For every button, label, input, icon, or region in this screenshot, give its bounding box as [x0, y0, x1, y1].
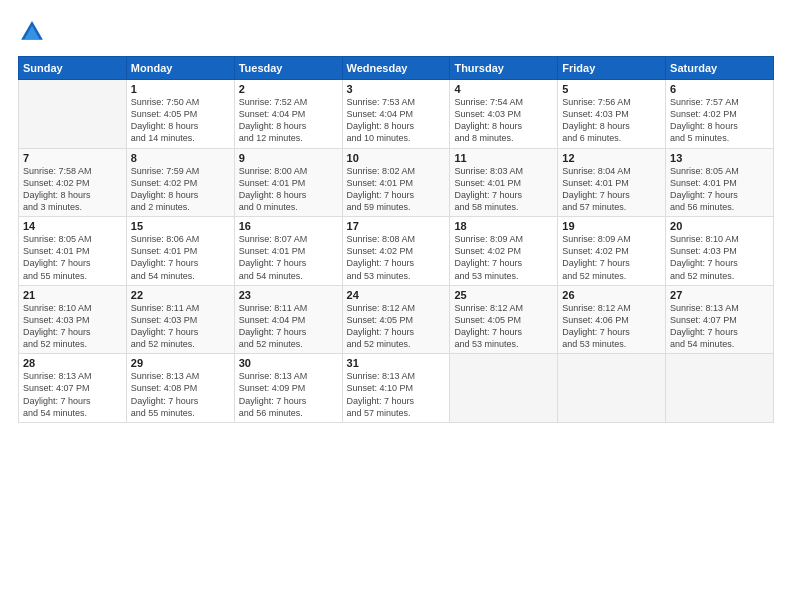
- day-info: Sunrise: 8:12 AMSunset: 4:05 PMDaylight:…: [347, 302, 446, 351]
- day-info: Sunrise: 7:57 AMSunset: 4:02 PMDaylight:…: [670, 96, 769, 145]
- calendar-week-row: 28Sunrise: 8:13 AMSunset: 4:07 PMDayligh…: [19, 354, 774, 423]
- calendar-day-9: 9Sunrise: 8:00 AMSunset: 4:01 PMDaylight…: [234, 148, 342, 217]
- day-number: 27: [670, 289, 769, 301]
- day-number: 9: [239, 152, 338, 164]
- calendar-day-21: 21Sunrise: 8:10 AMSunset: 4:03 PMDayligh…: [19, 285, 127, 354]
- calendar-day-17: 17Sunrise: 8:08 AMSunset: 4:02 PMDayligh…: [342, 217, 450, 286]
- day-number: 5: [562, 83, 661, 95]
- day-info: Sunrise: 8:00 AMSunset: 4:01 PMDaylight:…: [239, 165, 338, 214]
- logo: [18, 18, 48, 46]
- day-info: Sunrise: 8:03 AMSunset: 4:01 PMDaylight:…: [454, 165, 553, 214]
- day-number: 6: [670, 83, 769, 95]
- day-number: 16: [239, 220, 338, 232]
- calendar-day-16: 16Sunrise: 8:07 AMSunset: 4:01 PMDayligh…: [234, 217, 342, 286]
- day-info: Sunrise: 8:05 AMSunset: 4:01 PMDaylight:…: [23, 233, 122, 282]
- calendar-day-12: 12Sunrise: 8:04 AMSunset: 4:01 PMDayligh…: [558, 148, 666, 217]
- weekday-header-friday: Friday: [558, 57, 666, 80]
- calendar-day-11: 11Sunrise: 8:03 AMSunset: 4:01 PMDayligh…: [450, 148, 558, 217]
- day-info: Sunrise: 8:09 AMSunset: 4:02 PMDaylight:…: [562, 233, 661, 282]
- day-number: 25: [454, 289, 553, 301]
- day-number: 22: [131, 289, 230, 301]
- day-info: Sunrise: 8:12 AMSunset: 4:05 PMDaylight:…: [454, 302, 553, 351]
- day-info: Sunrise: 8:08 AMSunset: 4:02 PMDaylight:…: [347, 233, 446, 282]
- day-number: 3: [347, 83, 446, 95]
- day-info: Sunrise: 8:05 AMSunset: 4:01 PMDaylight:…: [670, 165, 769, 214]
- day-info: Sunrise: 7:59 AMSunset: 4:02 PMDaylight:…: [131, 165, 230, 214]
- day-info: Sunrise: 8:12 AMSunset: 4:06 PMDaylight:…: [562, 302, 661, 351]
- calendar-day-7: 7Sunrise: 7:58 AMSunset: 4:02 PMDaylight…: [19, 148, 127, 217]
- weekday-header-row: SundayMondayTuesdayWednesdayThursdayFrid…: [19, 57, 774, 80]
- day-number: 11: [454, 152, 553, 164]
- day-number: 15: [131, 220, 230, 232]
- day-info: Sunrise: 7:52 AMSunset: 4:04 PMDaylight:…: [239, 96, 338, 145]
- calendar-day-8: 8Sunrise: 7:59 AMSunset: 4:02 PMDaylight…: [126, 148, 234, 217]
- page: SundayMondayTuesdayWednesdayThursdayFrid…: [0, 0, 792, 612]
- calendar-week-row: 7Sunrise: 7:58 AMSunset: 4:02 PMDaylight…: [19, 148, 774, 217]
- weekday-header-monday: Monday: [126, 57, 234, 80]
- day-info: Sunrise: 8:04 AMSunset: 4:01 PMDaylight:…: [562, 165, 661, 214]
- day-number: 29: [131, 357, 230, 369]
- header: [18, 18, 774, 46]
- day-info: Sunrise: 7:50 AMSunset: 4:05 PMDaylight:…: [131, 96, 230, 145]
- day-number: 24: [347, 289, 446, 301]
- day-info: Sunrise: 7:54 AMSunset: 4:03 PMDaylight:…: [454, 96, 553, 145]
- day-number: 30: [239, 357, 338, 369]
- day-number: 8: [131, 152, 230, 164]
- day-number: 17: [347, 220, 446, 232]
- calendar-day-6: 6Sunrise: 7:57 AMSunset: 4:02 PMDaylight…: [666, 80, 774, 149]
- calendar-day-2: 2Sunrise: 7:52 AMSunset: 4:04 PMDaylight…: [234, 80, 342, 149]
- calendar-day-23: 23Sunrise: 8:11 AMSunset: 4:04 PMDayligh…: [234, 285, 342, 354]
- calendar-day-empty: [19, 80, 127, 149]
- calendar-day-19: 19Sunrise: 8:09 AMSunset: 4:02 PMDayligh…: [558, 217, 666, 286]
- calendar-day-10: 10Sunrise: 8:02 AMSunset: 4:01 PMDayligh…: [342, 148, 450, 217]
- calendar-day-27: 27Sunrise: 8:13 AMSunset: 4:07 PMDayligh…: [666, 285, 774, 354]
- calendar-day-5: 5Sunrise: 7:56 AMSunset: 4:03 PMDaylight…: [558, 80, 666, 149]
- day-number: 20: [670, 220, 769, 232]
- calendar-day-24: 24Sunrise: 8:12 AMSunset: 4:05 PMDayligh…: [342, 285, 450, 354]
- calendar-day-3: 3Sunrise: 7:53 AMSunset: 4:04 PMDaylight…: [342, 80, 450, 149]
- day-info: Sunrise: 8:07 AMSunset: 4:01 PMDaylight:…: [239, 233, 338, 282]
- day-info: Sunrise: 8:13 AMSunset: 4:09 PMDaylight:…: [239, 370, 338, 419]
- calendar-day-30: 30Sunrise: 8:13 AMSunset: 4:09 PMDayligh…: [234, 354, 342, 423]
- calendar-day-20: 20Sunrise: 8:10 AMSunset: 4:03 PMDayligh…: [666, 217, 774, 286]
- calendar-week-row: 1Sunrise: 7:50 AMSunset: 4:05 PMDaylight…: [19, 80, 774, 149]
- day-info: Sunrise: 8:13 AMSunset: 4:07 PMDaylight:…: [670, 302, 769, 351]
- day-info: Sunrise: 8:02 AMSunset: 4:01 PMDaylight:…: [347, 165, 446, 214]
- calendar-day-29: 29Sunrise: 8:13 AMSunset: 4:08 PMDayligh…: [126, 354, 234, 423]
- day-number: 7: [23, 152, 122, 164]
- day-info: Sunrise: 8:13 AMSunset: 4:10 PMDaylight:…: [347, 370, 446, 419]
- calendar-week-row: 14Sunrise: 8:05 AMSunset: 4:01 PMDayligh…: [19, 217, 774, 286]
- calendar-day-25: 25Sunrise: 8:12 AMSunset: 4:05 PMDayligh…: [450, 285, 558, 354]
- day-info: Sunrise: 8:13 AMSunset: 4:07 PMDaylight:…: [23, 370, 122, 419]
- calendar-week-row: 21Sunrise: 8:10 AMSunset: 4:03 PMDayligh…: [19, 285, 774, 354]
- logo-icon: [18, 18, 46, 46]
- calendar-day-28: 28Sunrise: 8:13 AMSunset: 4:07 PMDayligh…: [19, 354, 127, 423]
- calendar-day-empty: [558, 354, 666, 423]
- weekday-header-sunday: Sunday: [19, 57, 127, 80]
- day-number: 12: [562, 152, 661, 164]
- day-number: 10: [347, 152, 446, 164]
- day-info: Sunrise: 7:56 AMSunset: 4:03 PMDaylight:…: [562, 96, 661, 145]
- day-number: 2: [239, 83, 338, 95]
- weekday-header-tuesday: Tuesday: [234, 57, 342, 80]
- calendar-day-14: 14Sunrise: 8:05 AMSunset: 4:01 PMDayligh…: [19, 217, 127, 286]
- calendar-day-31: 31Sunrise: 8:13 AMSunset: 4:10 PMDayligh…: [342, 354, 450, 423]
- day-info: Sunrise: 7:58 AMSunset: 4:02 PMDaylight:…: [23, 165, 122, 214]
- weekday-header-wednesday: Wednesday: [342, 57, 450, 80]
- calendar-day-22: 22Sunrise: 8:11 AMSunset: 4:03 PMDayligh…: [126, 285, 234, 354]
- weekday-header-thursday: Thursday: [450, 57, 558, 80]
- day-number: 26: [562, 289, 661, 301]
- day-number: 21: [23, 289, 122, 301]
- day-info: Sunrise: 7:53 AMSunset: 4:04 PMDaylight:…: [347, 96, 446, 145]
- calendar-day-26: 26Sunrise: 8:12 AMSunset: 4:06 PMDayligh…: [558, 285, 666, 354]
- day-info: Sunrise: 8:13 AMSunset: 4:08 PMDaylight:…: [131, 370, 230, 419]
- calendar-day-empty: [450, 354, 558, 423]
- weekday-header-saturday: Saturday: [666, 57, 774, 80]
- day-info: Sunrise: 8:11 AMSunset: 4:03 PMDaylight:…: [131, 302, 230, 351]
- day-number: 4: [454, 83, 553, 95]
- day-number: 31: [347, 357, 446, 369]
- day-number: 23: [239, 289, 338, 301]
- day-info: Sunrise: 8:11 AMSunset: 4:04 PMDaylight:…: [239, 302, 338, 351]
- calendar-day-13: 13Sunrise: 8:05 AMSunset: 4:01 PMDayligh…: [666, 148, 774, 217]
- day-number: 28: [23, 357, 122, 369]
